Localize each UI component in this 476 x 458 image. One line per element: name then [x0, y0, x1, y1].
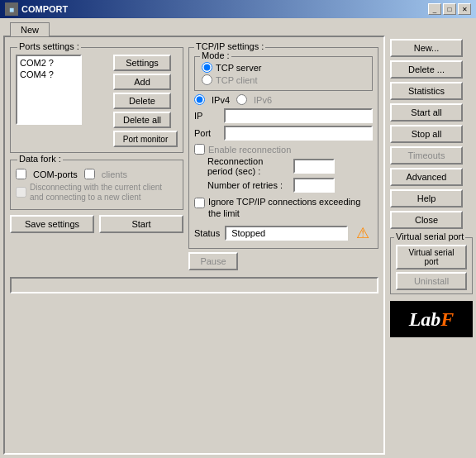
period-row: Reconnection period (sec) :	[207, 156, 373, 176]
tcp-server-radio[interactable]	[202, 62, 212, 73]
ignore-label: Ignore TCP/IP connections exceeding the …	[208, 196, 373, 220]
enable-reconnect-checkbox[interactable]	[194, 144, 205, 155]
advanced-button[interactable]: Advanced	[390, 168, 463, 186]
port-monitor-button[interactable]: Port monitor	[113, 131, 178, 147]
labf-text-orange: F	[440, 308, 454, 331]
status-label: Status	[194, 228, 220, 238]
stop-all-button[interactable]: Stop all	[390, 125, 463, 143]
add-button[interactable]: Add	[113, 74, 171, 90]
tcp-client-label: TCP client	[216, 75, 258, 85]
timeouts-button[interactable]: Timeouts	[390, 146, 463, 165]
port-field-row: Port	[194, 126, 373, 141]
pause-container: Pause	[188, 252, 378, 270]
left-panel: Ports settings : COM2 ? COM4 ? Settings	[3, 36, 385, 455]
main-window: New Ports settings : COM2 ? COM4 ?	[0, 18, 476, 458]
settings-button[interactable]: Settings	[113, 55, 171, 71]
close-right-button[interactable]: Close	[390, 211, 463, 229]
content-area: Ports settings : COM2 ? COM4 ? Settings	[3, 36, 473, 455]
ipv6-label: IPv6	[254, 95, 272, 105]
port-label: Port	[194, 128, 221, 138]
list-item: COM4 ?	[18, 69, 79, 80]
ignore-section: Ignore TCP/IP connections exceeding the …	[194, 196, 373, 220]
mode-group: Mode : TCP server TCP client	[194, 56, 373, 91]
vsp-group: Virtual serial port Virtual serial port …	[390, 237, 473, 294]
start-all-button[interactable]: Start all	[390, 103, 463, 122]
tcp-client-radio[interactable]	[202, 74, 212, 85]
ports-settings-label: Ports settings :	[17, 41, 81, 51]
start-button[interactable]: Start	[99, 215, 183, 233]
save-settings-button[interactable]: Save settings	[10, 215, 94, 233]
title-bar: ■ COMPORT _ □ ✕	[0, 0, 476, 18]
warning-icon: ⚠	[353, 223, 373, 243]
ports-column: Ports settings : COM2 ? COM4 ? Settings	[10, 42, 183, 270]
tcp-server-label: TCP server	[216, 63, 261, 73]
app-icon: ■	[5, 2, 18, 16]
clients-label: clients	[102, 169, 127, 179]
delete-button[interactable]: Delete	[113, 93, 171, 109]
ip-input[interactable]	[224, 108, 373, 123]
tcp-column: TCP/IP settings : Mode : TCP server TCP …	[188, 42, 378, 270]
com-ports-checkbox[interactable]	[16, 169, 26, 179]
ignore-checkbox[interactable]	[194, 198, 205, 208]
tab-strip: New	[3, 21, 473, 36]
pause-button[interactable]: Pause	[188, 252, 238, 270]
mode-label: Mode :	[200, 50, 231, 60]
ip-version-row: IPv4 IPv6	[194, 94, 373, 105]
ipv4-radio[interactable]	[194, 94, 205, 105]
tcp-settings-group: TCP/IP settings : Mode : TCP server TCP …	[188, 47, 378, 249]
disconnect-checkbox[interactable]	[16, 187, 26, 198]
delete-right-button[interactable]: Delete ...	[390, 60, 463, 79]
maximize-button[interactable]: □	[443, 3, 456, 15]
period-input[interactable]	[293, 159, 335, 174]
virtual-serial-port-button[interactable]: Virtual serial port	[396, 245, 467, 270]
disconnect-text: Disconnecting with the current client an…	[30, 183, 178, 203]
clients-checkbox[interactable]	[84, 169, 95, 179]
statistics-button[interactable]: Statistics	[390, 82, 463, 100]
enable-reconnect-label: Enable reconnection	[208, 145, 291, 155]
help-button[interactable]: Help	[390, 189, 463, 208]
tab-new[interactable]: New	[10, 22, 50, 36]
retries-row: Number of retries :	[207, 178, 373, 193]
delete-all-button[interactable]: Delete all	[113, 112, 171, 128]
reconnect-fields: Reconnection period (sec) : Number of re…	[207, 156, 373, 193]
labf-logo: LabF	[390, 301, 473, 337]
right-panel: New... Delete ... Statistics Start all S…	[390, 36, 473, 455]
minimize-button[interactable]: _	[428, 3, 441, 15]
list-item: COM2 ?	[18, 57, 79, 69]
new-button[interactable]: New...	[390, 39, 463, 57]
ports-settings-group: Ports settings : COM2 ? COM4 ? Settings	[10, 47, 183, 153]
com-ports-label: COM-ports	[33, 169, 78, 179]
vsp-group-label: Virtual serial port	[394, 231, 465, 241]
ipv6-radio[interactable]	[236, 94, 247, 105]
ipv4-label: IPv4	[212, 95, 230, 105]
disconnect-row: Disconnecting with the current client an…	[16, 181, 178, 203]
title-bar-controls: _ □ ✕	[428, 3, 471, 15]
tcp-server-row: TCP server	[202, 62, 365, 73]
uninstall-button[interactable]: Uninstall	[396, 272, 467, 290]
title-bar-text: COMPORT	[21, 4, 428, 14]
status-row: Status Stopped ⚠	[194, 223, 373, 243]
ports-buttons: Settings Add Delete Delete all Port moni…	[113, 55, 178, 147]
ports-listbox[interactable]: COM2 ? COM4 ?	[16, 55, 82, 125]
ports-settings-inner: COM2 ? COM4 ? Settings Add Delete Delete…	[16, 55, 178, 147]
status-bar	[10, 277, 378, 293]
period-label: Reconnection period (sec) :	[207, 156, 290, 176]
reconnect-section: Enable reconnection Reconnection period …	[194, 144, 373, 193]
status-value: Stopped	[225, 226, 348, 241]
bottom-buttons: Save settings Start	[10, 215, 183, 233]
ip-field-row: IP	[194, 108, 373, 123]
two-col-layout: Ports settings : COM2 ? COM4 ? Settings	[10, 42, 378, 270]
data-fork-label: Data fork :	[17, 154, 63, 164]
ip-label: IP	[194, 111, 221, 121]
retries-input[interactable]	[293, 178, 335, 193]
labf-text-white: Lab	[409, 308, 441, 331]
retries-label: Number of retries :	[207, 180, 290, 190]
port-input[interactable]	[224, 126, 373, 141]
close-button[interactable]: ✕	[458, 3, 471, 15]
data-fork-group: Data fork : COM-ports clients Disconnect…	[10, 160, 183, 210]
data-fork-row: COM-ports clients	[16, 169, 178, 179]
enable-reconnect-row: Enable reconnection	[194, 144, 373, 155]
ports-list: COM2 ? COM4 ?	[16, 55, 110, 147]
tcp-client-row: TCP client	[202, 74, 365, 85]
